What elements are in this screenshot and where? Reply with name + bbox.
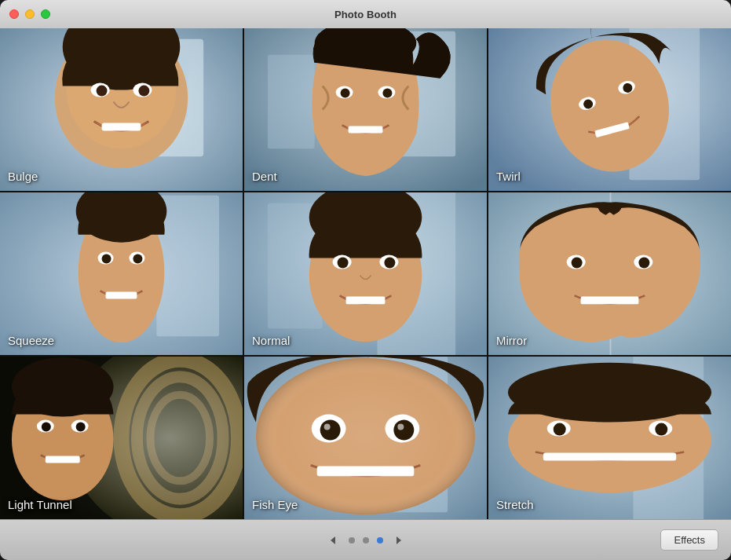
svg-point-17	[341, 89, 350, 98]
svg-point-9	[138, 86, 149, 97]
svg-rect-46	[346, 296, 386, 304]
effect-cell-mirror[interactable]: Mirror	[488, 192, 731, 355]
svg-point-72	[320, 420, 341, 441]
effect-cell-dent[interactable]: Dent	[244, 28, 487, 191]
svg-rect-13	[268, 55, 315, 149]
close-button[interactable]	[9, 9, 19, 19]
window-title: Photo Booth	[334, 9, 397, 20]
effect-cell-light-tunnel[interactable]: Light Tunnel	[0, 357, 243, 519]
svg-point-75	[397, 424, 404, 430]
svg-point-8	[97, 86, 108, 97]
svg-point-34	[102, 254, 111, 264]
svg-rect-36	[106, 291, 137, 298]
traffic-lights	[9, 9, 50, 19]
nav-dot-1[interactable]	[349, 537, 355, 544]
svg-point-45	[384, 258, 395, 269]
svg-point-74	[324, 424, 331, 430]
svg-point-35	[133, 254, 142, 264]
svg-point-73	[393, 420, 414, 441]
svg-point-52	[572, 258, 583, 269]
toolbar: Effects	[0, 519, 731, 560]
svg-marker-87	[397, 536, 401, 544]
svg-point-83	[554, 423, 566, 436]
effects-button[interactable]: Effects	[660, 529, 718, 551]
effects-grid: Bulge	[0, 28, 731, 519]
svg-point-63	[42, 423, 51, 432]
maximize-button[interactable]	[41, 9, 50, 19]
svg-point-44	[338, 258, 349, 269]
effect-cell-fish-eye[interactable]: Fish Eye	[244, 357, 487, 519]
svg-rect-85	[543, 452, 676, 460]
effect-cell-normal[interactable]: Normal	[244, 192, 487, 355]
svg-point-69	[256, 358, 475, 514]
effect-cell-squeeze[interactable]: Squeeze	[0, 192, 243, 355]
titlebar: Photo Booth	[0, 0, 731, 28]
nav-dot-2[interactable]	[363, 537, 369, 544]
svg-point-18	[382, 89, 392, 98]
nav-prev-button[interactable]	[325, 533, 341, 548]
svg-marker-86	[331, 536, 335, 544]
svg-rect-76	[317, 466, 415, 476]
svg-point-84	[655, 423, 667, 436]
svg-rect-54	[581, 296, 639, 304]
svg-point-53	[638, 258, 649, 269]
minimize-button[interactable]	[25, 9, 35, 19]
svg-rect-19	[349, 126, 383, 133]
nav-dot-3[interactable]	[377, 537, 383, 544]
svg-point-64	[76, 423, 86, 432]
effect-cell-bulge[interactable]: Bulge	[0, 28, 243, 191]
svg-rect-65	[46, 456, 80, 463]
nav-next-button[interactable]	[391, 533, 407, 548]
effect-cell-twirl[interactable]: Twirl	[488, 28, 731, 191]
app-window: Photo Booth	[0, 0, 731, 560]
svg-rect-10	[102, 123, 141, 130]
nav-controls	[325, 533, 407, 548]
effect-cell-stretch[interactable]: Stretch	[488, 357, 731, 519]
